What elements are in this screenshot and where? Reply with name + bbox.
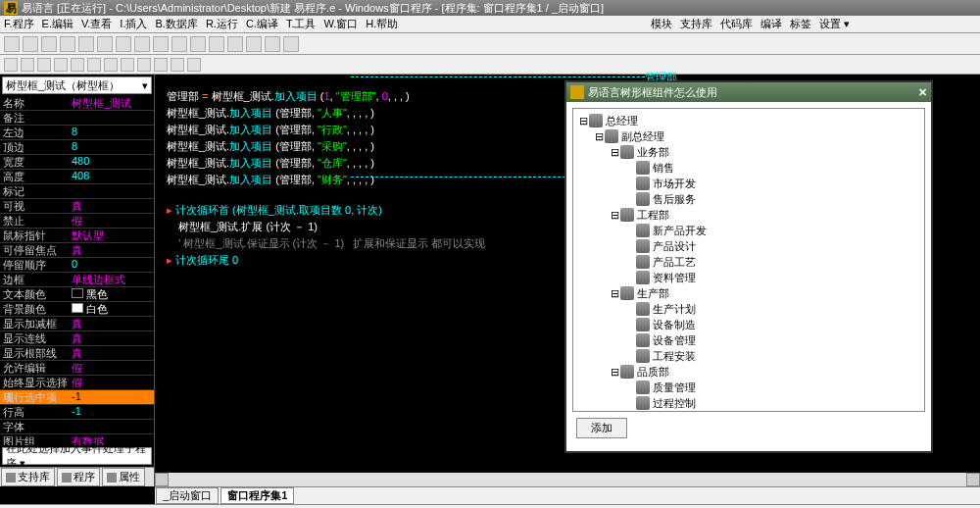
menu-file[interactable]: F.程序: [4, 17, 34, 31]
tb-btn[interactable]: [97, 36, 113, 52]
tree-node[interactable]: 设备制造: [577, 317, 920, 332]
tb2-btn[interactable]: [21, 58, 34, 72]
menu-db[interactable]: B.数据库: [155, 17, 197, 31]
menu-run[interactable]: R.运行: [206, 17, 238, 31]
tb-btn[interactable]: [134, 36, 150, 52]
tree-node[interactable]: ⊟副总经理: [577, 128, 920, 144]
tree-node[interactable]: ⊟业务部: [577, 144, 920, 160]
tree-toggle-icon[interactable]: ⊟: [609, 366, 620, 379]
tree-node[interactable]: 产品工艺: [577, 254, 920, 270]
tb-btn[interactable]: [227, 36, 243, 52]
component-selector[interactable]: 树型框_测试（树型框）▾: [2, 76, 152, 94]
tree-node[interactable]: ⊟总经理: [577, 113, 920, 128]
close-icon[interactable]: ✕: [918, 86, 927, 99]
tb-btn[interactable]: [60, 36, 75, 52]
property-row[interactable]: 可停留焦点真: [0, 243, 154, 258]
property-row[interactable]: 始终显示选择项假: [0, 376, 154, 390]
property-row[interactable]: 字体: [0, 420, 154, 434]
property-row[interactable]: 显示连线真: [0, 331, 154, 346]
property-row[interactable]: 文本颜色 黑色: [0, 287, 154, 302]
property-row[interactable]: 背景颜色 白色: [0, 302, 154, 317]
property-row[interactable]: 备注: [0, 111, 154, 126]
tb-btn[interactable]: [116, 36, 131, 52]
property-row[interactable]: 显示根部线真: [0, 346, 154, 361]
tree-toggle-icon[interactable]: ⊟: [609, 146, 620, 159]
tb2-btn[interactable]: [54, 58, 68, 72]
tree-node[interactable]: 售后服务: [577, 191, 920, 207]
menu-window[interactable]: W.窗口: [323, 17, 358, 31]
tree-node[interactable]: 新产品开发: [577, 223, 920, 238]
menu-compile[interactable]: C.编译: [246, 17, 278, 31]
tb2-btn[interactable]: [104, 58, 118, 72]
tree-view[interactable]: ⊟总经理⊟副总经理⊟业务部销售市场开发售后服务⊟工程部新产品开发产品设计产品工艺…: [572, 108, 925, 412]
menu-lib[interactable]: 支持库: [680, 17, 712, 31]
tb2-btn[interactable]: [137, 58, 151, 72]
tab-property[interactable]: 属性: [102, 468, 145, 486]
tree-node[interactable]: ⊟管理部: [577, 411, 920, 412]
tree-node[interactable]: 工程安装: [577, 348, 920, 364]
property-row[interactable]: 允许编辑假: [0, 361, 154, 376]
tb2-btn[interactable]: [4, 58, 18, 72]
property-row[interactable]: 行高-1: [0, 405, 154, 420]
property-row[interactable]: 顶边8: [0, 140, 154, 155]
tree-node[interactable]: 销售: [577, 160, 920, 176]
menu-view[interactable]: V.查看: [81, 17, 112, 31]
property-row[interactable]: 鼠标指针默认型: [0, 229, 154, 243]
tb2-btn[interactable]: [87, 58, 101, 72]
tb-btn[interactable]: [283, 36, 299, 52]
add-button[interactable]: 添加: [576, 418, 627, 438]
tb2-btn[interactable]: [171, 58, 184, 72]
menu-edit[interactable]: E.编辑: [42, 17, 74, 31]
tree-node[interactable]: 生产计划: [577, 301, 920, 317]
dialog-title-bar[interactable]: 易语言树形框组件怎么使用 ✕: [566, 82, 931, 102]
property-row[interactable]: 标记: [0, 184, 154, 199]
tb2-btn[interactable]: [71, 58, 84, 72]
tb-btn[interactable]: [41, 36, 57, 52]
menu-tag[interactable]: 标签: [790, 17, 811, 31]
tab-program[interactable]: 程序: [57, 468, 100, 486]
property-row[interactable]: 禁止假: [0, 214, 154, 229]
menu-settings[interactable]: 设置 ▾: [819, 17, 850, 31]
property-row[interactable]: 高度408: [0, 170, 154, 184]
tab-lib[interactable]: 支持库: [1, 468, 55, 486]
tab-program-set[interactable]: 窗口程序集1: [220, 487, 294, 504]
tb-btn[interactable]: [209, 36, 224, 52]
property-row[interactable]: 边框单线边框式: [0, 273, 154, 287]
property-row[interactable]: 左边8: [0, 126, 154, 140]
tb-btn[interactable]: [172, 36, 187, 52]
property-row[interactable]: 显示加减框真: [0, 317, 154, 331]
tree-node[interactable]: 资料管理: [577, 270, 920, 285]
tree-node[interactable]: 市场开发: [577, 176, 920, 191]
tree-node[interactable]: ⊟品质部: [577, 364, 920, 380]
tb2-btn[interactable]: [154, 58, 168, 72]
horizontal-scrollbar[interactable]: ◂▸: [155, 473, 980, 486]
tree-toggle-icon[interactable]: ⊟: [609, 209, 620, 222]
tree-node[interactable]: 质量管理: [577, 380, 920, 395]
tb-btn[interactable]: [246, 36, 262, 52]
tree-toggle-icon[interactable]: ⊟: [577, 115, 589, 127]
tb2-btn[interactable]: [37, 58, 51, 72]
tb-btn[interactable]: [23, 36, 38, 52]
tree-node[interactable]: 过程控制: [577, 395, 920, 411]
property-row[interactable]: 可视真: [0, 199, 154, 214]
tree-node[interactable]: ⊟工程部: [577, 207, 920, 223]
tree-node[interactable]: 设备管理: [577, 332, 920, 348]
tb-btn[interactable]: [190, 36, 206, 52]
menu-compile2[interactable]: 编译: [760, 17, 782, 31]
menu-insert[interactable]: I.插入: [120, 17, 147, 31]
tb-btn[interactable]: [4, 36, 20, 52]
menu-help[interactable]: H.帮助: [366, 17, 398, 31]
tree-toggle-icon[interactable]: ⊟: [593, 130, 605, 143]
tb2-btn[interactable]: [121, 58, 134, 72]
menu-codelib[interactable]: 代码库: [720, 17, 753, 31]
property-row[interactable]: 宽度480: [0, 155, 154, 170]
tb2-btn[interactable]: [187, 58, 201, 72]
tb-btn[interactable]: [78, 36, 94, 52]
property-row[interactable]: 现行选中项-1: [0, 390, 154, 405]
tb-btn[interactable]: [153, 36, 169, 52]
menu-module[interactable]: 模块: [651, 17, 672, 31]
tree-toggle-icon[interactable]: ⊟: [609, 287, 620, 300]
tb-btn[interactable]: [265, 36, 280, 52]
tree-node[interactable]: 产品设计: [577, 238, 920, 254]
event-selector[interactable]: 在此处选择加入事件处理子程序 ▾: [2, 447, 152, 465]
